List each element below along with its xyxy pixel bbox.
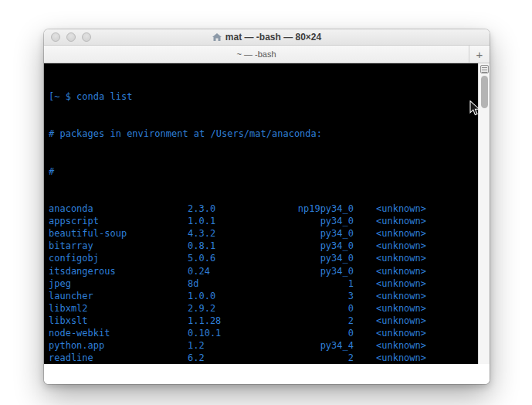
terminal-content[interactable]: [~ $ conda list # packages in environmen… — [44, 63, 490, 364]
package-channel: <unknown> — [354, 240, 473, 252]
package-version: 2.3.0 — [188, 202, 265, 215]
package-row: configobj 5.0.6 py34_0 <unknown> — [49, 252, 473, 264]
package-name: readline — [49, 352, 188, 364]
package-version: 4.3.2 — [188, 227, 265, 240]
package-build: py34_0 — [265, 227, 354, 240]
package-row: jpeg 8d 1 <unknown> — [49, 277, 473, 290]
package-build: 1 — [265, 277, 354, 290]
package-version: 6.2 — [188, 352, 265, 364]
package-row: itsdangerous 0.24 py34_0 <unknown> — [49, 265, 473, 277]
package-version: 0.24 — [188, 265, 265, 277]
tab-bash[interactable]: ~ — -bash — [44, 46, 469, 63]
scrollback-marker-icon — [480, 65, 489, 73]
package-channel: <unknown> — [354, 227, 473, 240]
zoom-button[interactable] — [82, 32, 91, 42]
package-build: py34_4 — [265, 339, 354, 352]
window-bottom-strip — [44, 364, 490, 384]
scrollbar-thumb[interactable] — [481, 76, 488, 108]
package-version: 0.8.1 — [188, 240, 265, 252]
package-channel: <unknown> — [354, 339, 473, 352]
package-build: py34_0 — [265, 215, 354, 227]
package-version: 1.2 — [188, 339, 265, 352]
package-name: libxslt — [49, 315, 188, 327]
package-build: 0 — [265, 327, 354, 339]
package-version: 5.0.6 — [188, 252, 265, 264]
terminal-window: mat — -bash — 80×24 ~ — -bash + [~ $ con… — [44, 29, 490, 384]
close-button[interactable] — [51, 32, 60, 42]
package-row: libxslt 1.1.28 2 <unknown> — [49, 315, 473, 327]
package-build: 2 — [265, 352, 354, 364]
package-build: 0 — [265, 302, 354, 315]
package-name: launcher — [49, 290, 188, 302]
package-channel: <unknown> — [354, 302, 473, 315]
package-row: bitarray 0.8.1 py34_0 <unknown> — [49, 240, 473, 252]
tab-bar: ~ — -bash + — [44, 46, 490, 63]
package-channel: <unknown> — [354, 277, 473, 290]
package-row: python.app 1.2 py34_4 <unknown> — [49, 339, 473, 352]
window-title: mat — -bash — 80×24 — [225, 32, 321, 43]
package-row: anaconda 2.3.0 np19py34_0 <unknown> — [49, 202, 473, 215]
package-build: 3 — [265, 290, 354, 302]
package-channel: <unknown> — [354, 215, 473, 227]
package-channel: <unknown> — [354, 290, 473, 302]
package-channel: <unknown> — [354, 352, 473, 364]
package-build: 2 — [265, 315, 354, 327]
package-channel: <unknown> — [354, 265, 473, 277]
package-name: python.app — [49, 339, 188, 352]
package-row: launcher 1.0.0 3 <unknown> — [49, 290, 473, 302]
titlebar[interactable]: mat — -bash — 80×24 — [44, 29, 490, 46]
package-channel: <unknown> — [354, 252, 473, 264]
tab-title: ~ — -bash — [236, 49, 276, 59]
package-build: np19py34_0 — [265, 202, 354, 215]
package-name: jpeg — [49, 277, 188, 290]
minimize-button[interactable] — [66, 32, 76, 42]
package-list: anaconda 2.3.0 np19py34_0 <unknown> apps… — [49, 202, 473, 364]
package-name: appscript — [49, 215, 188, 227]
package-row: beautiful-soup 4.3.2 py34_0 <unknown> — [49, 227, 473, 240]
package-name: configobj — [49, 252, 188, 264]
scrollbar[interactable] — [478, 63, 490, 364]
package-row: node-webkit 0.10.1 0 <unknown> — [49, 327, 473, 339]
home-icon — [212, 33, 222, 42]
package-channel: <unknown> — [354, 315, 473, 327]
package-version: 1.1.28 — [188, 315, 265, 327]
comment-line: # — [49, 165, 473, 178]
package-channel: <unknown> — [354, 327, 473, 339]
traffic-lights — [51, 29, 91, 45]
package-channel: <unknown> — [354, 202, 473, 215]
new-tab-button[interactable]: + — [469, 46, 490, 63]
package-version: 0.10.1 — [188, 327, 265, 339]
package-name: anaconda — [49, 202, 188, 215]
package-build: py34_0 — [265, 265, 354, 277]
package-row: libxml2 2.9.2 0 <unknown> — [49, 302, 473, 315]
package-name: beautiful-soup — [49, 227, 188, 240]
package-name: libxml2 — [49, 302, 188, 315]
package-name: bitarray — [49, 240, 188, 252]
package-version: 2.9.2 — [188, 302, 265, 315]
package-build: py34_0 — [265, 240, 354, 252]
prompt-line: [~ $ conda list — [49, 90, 473, 103]
package-row: appscript 1.0.1 py34_0 <unknown> — [49, 215, 473, 227]
package-name: itsdangerous — [49, 265, 188, 277]
package-name: node-webkit — [49, 327, 188, 339]
package-build: py34_0 — [265, 252, 354, 264]
package-version: 1.0.1 — [188, 215, 265, 227]
env-header-line: # packages in environment at /Users/mat/… — [49, 128, 473, 140]
package-version: 8d — [188, 277, 265, 290]
package-version: 1.0.0 — [188, 290, 265, 302]
package-row: readline 6.2 2 <unknown> — [49, 352, 473, 364]
